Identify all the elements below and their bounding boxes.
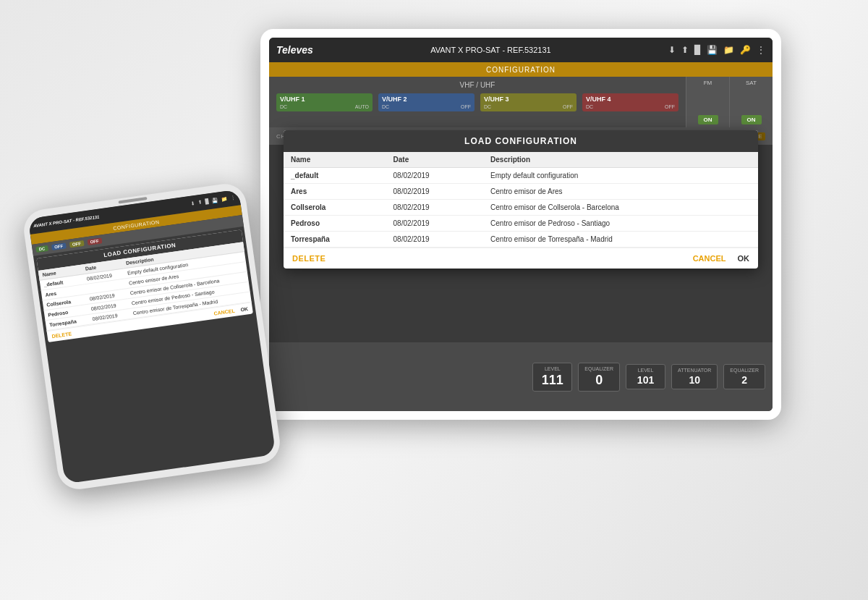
row-name: Pedroso (284, 216, 386, 232)
equalizer2-box: EQUALIZER 2 (723, 364, 765, 389)
row-date: 08/02/2019 (386, 200, 484, 216)
level2-value: 101 (632, 374, 659, 386)
download-icon[interactable]: ⬇ (668, 45, 676, 55)
delete-button[interactable]: DELETE (292, 254, 326, 263)
row-date: 08/02/2019 (386, 184, 484, 200)
level-box: LEVEL 111 (532, 363, 572, 392)
equalizer2-value: 2 (730, 374, 759, 386)
phone-upload-icon[interactable]: ⬆ (197, 200, 203, 206)
chart-icon[interactable]: ▉ (694, 45, 701, 55)
row-description: Empty default configuration (483, 168, 758, 184)
upload-icon[interactable]: ⬆ (681, 45, 689, 55)
row-description: Centro emisor de Collserola - Barcelona (483, 200, 758, 216)
attenuator-value: 10 (678, 374, 711, 386)
folder-icon[interactable]: 📁 (723, 45, 734, 55)
col-date: Date (386, 152, 484, 168)
phone-folder-icon[interactable]: 📁 (221, 196, 228, 203)
sat-label: SAT (746, 80, 757, 86)
row-name: Ares (284, 184, 386, 200)
tablet-topbar: Televes AVANT X PRO-SAT - REF.532131 ⬇ ⬆… (269, 38, 773, 62)
save-icon[interactable]: 💾 (707, 45, 718, 55)
level-value: 111 (539, 373, 566, 388)
equalizer-label: EQUALIZER (584, 366, 613, 371)
table-row[interactable]: _default 08/02/2019 Empty default config… (284, 168, 758, 184)
equalizer-box: EQUALIZER 0 (578, 363, 620, 392)
row-description: Centro emisor de Torrespaña - Madrid (483, 232, 758, 248)
phone-cancel-button[interactable]: CANCEL (213, 308, 235, 316)
fm-label: FM (704, 80, 712, 86)
tablet-toolbar-icons: ⬇ ⬆ ▉ 💾 📁 🔑 ⋮ (668, 45, 765, 55)
level2-box: LEVEL 101 (626, 364, 665, 389)
row-description: Centro emisor de Pedroso - Santiago (483, 216, 758, 232)
tablet-logo: Televes (276, 44, 313, 56)
vhf-btn-1[interactable]: V/UHF 1 DCAUTO (276, 93, 373, 111)
cancel-button[interactable]: CANCEL (693, 254, 726, 263)
phone-screen: AVANT X PRO-SAT - REF.532131 ⬇ ⬆ ▉ 💾 📁 ⋮… (28, 189, 276, 483)
phone-device: AVANT X PRO-SAT - REF.532131 ⬇ ⬆ ▉ 💾 📁 ⋮… (21, 181, 282, 491)
fm-status[interactable]: ON (698, 115, 718, 124)
vhf-btn-4[interactable]: V/UHF 4 DCOFF (582, 93, 678, 111)
col-name: Name (284, 152, 386, 168)
tablet-device: Televes AVANT X PRO-SAT - REF.532131 ⬇ ⬆… (260, 29, 781, 420)
dialog-footer: DELETE CANCEL OK (284, 248, 758, 269)
col-description: Description (483, 152, 758, 168)
phone-vhf-btn-2[interactable]: OFF (51, 242, 67, 250)
phone-save-icon[interactable]: 💾 (211, 197, 218, 203)
sat-status[interactable]: ON (741, 115, 762, 124)
dialog-title: LOAD CONFIGURATION (284, 130, 758, 152)
vhf-label: VHF / UHF (276, 81, 678, 89)
phone-toolbar-icons: ⬇ ⬆ ▉ 💾 📁 ⋮ (190, 195, 236, 207)
equalizer-value: 0 (584, 373, 613, 388)
sat-block: SAT ON (729, 77, 773, 127)
equalizer2-label: EQUALIZER (730, 368, 759, 373)
tablet-configbar: CONFIGURATION (269, 62, 773, 77)
phone-delete-button[interactable]: DELETE (51, 331, 72, 339)
key-icon[interactable]: 🔑 (740, 45, 751, 55)
tablet-screen: Televes AVANT X PRO-SAT - REF.532131 ⬇ ⬆… (269, 38, 773, 411)
footer-right: CANCEL OK (693, 254, 749, 263)
fm-block: FM ON (686, 77, 729, 127)
phone-vhf-btn-1[interactable]: DC (35, 245, 48, 253)
table-row[interactable]: Torrespaña 08/02/2019 Centro emisor de T… (284, 232, 758, 248)
level2-label: LEVEL (632, 368, 659, 373)
vhf-main: VHF / UHF V/UHF 1 DCAUTO V/UHF 2 DCOFF V… (269, 77, 686, 127)
attenuator-label: ATTENUATOR (678, 368, 711, 373)
table-row[interactable]: Collserola 08/02/2019 Centro emisor de C… (284, 200, 758, 216)
phone-vhf-btn-4[interactable]: OFF (87, 237, 102, 245)
phone-chart-icon[interactable]: ▉ (205, 198, 209, 205)
level-label: LEVEL (539, 366, 566, 371)
tablet-bottom: LEVEL 111 EQUALIZER 0 LEVEL 101 ATTENUAT… (269, 342, 773, 411)
row-date: 08/02/2019 (386, 168, 484, 184)
table-row[interactable]: Ares 08/02/2019 Centro emisor de Ares (284, 184, 758, 200)
tablet-title: AVANT X PRO-SAT - REF.532131 (430, 46, 551, 54)
phone-download-icon[interactable]: ⬇ (190, 200, 195, 207)
row-date: 08/02/2019 (386, 216, 484, 232)
row-description: Centro emisor de Ares (483, 184, 758, 200)
table-row[interactable]: Pedroso 08/02/2019 Centro emisor de Pedr… (284, 216, 758, 232)
row-name: Torrespaña (284, 232, 386, 248)
ok-button[interactable]: OK (738, 254, 750, 263)
vhf-btn-3[interactable]: V/UHF 3 DCOFF (480, 93, 576, 111)
phone-footer-right: CANCEL OK (213, 306, 248, 316)
tablet-load-config-dialog: LOAD CONFIGURATION Name Date Description… (284, 130, 758, 269)
vhf-buttons: V/UHF 1 DCAUTO V/UHF 2 DCOFF V/UHF 3 DCO… (276, 93, 678, 111)
tablet-vhf-area: VHF / UHF V/UHF 1 DCAUTO V/UHF 2 DCOFF V… (269, 77, 773, 127)
phone-ok-button[interactable]: OK (240, 306, 248, 312)
phone-vhf-btn-3[interactable]: OFF (69, 240, 84, 248)
configbar-label: CONFIGURATION (486, 66, 556, 74)
row-date: 08/02/2019 (386, 232, 484, 248)
fm-sat-area: FM ON SAT ON (686, 77, 773, 127)
row-name: Collserola (284, 200, 386, 216)
more-icon[interactable]: ⋮ (757, 45, 765, 55)
row-name: _default (284, 168, 386, 184)
vhf-btn-2[interactable]: V/UHF 2 DCOFF (378, 93, 475, 111)
config-table: Name Date Description _default 08/02/201… (284, 152, 758, 248)
attenuator-box: ATTENUATOR 10 (671, 364, 718, 389)
phone-more-icon[interactable]: ⋮ (230, 195, 236, 201)
